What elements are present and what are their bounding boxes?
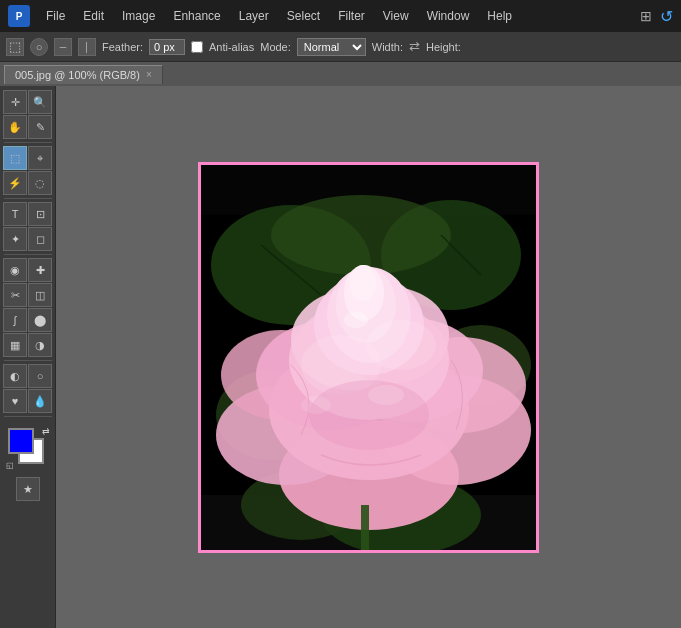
- titlebar: P File Edit Image Enhance Layer Select F…: [0, 0, 681, 32]
- svg-point-7: [271, 195, 451, 275]
- foreground-color-swatch[interactable]: [8, 428, 34, 454]
- dodge-tool[interactable]: ○: [28, 364, 52, 388]
- main-area: ✛ 🔍 ✋ ✎ ⬚ ⌖ ⚡ ◌ T ⊡ ✦ ◻: [0, 86, 681, 628]
- svg-rect-31: [361, 505, 369, 550]
- svg-point-29: [366, 320, 436, 370]
- svg-point-27: [350, 265, 376, 301]
- antialias-label: Anti-alias: [209, 41, 254, 53]
- menu-enhance[interactable]: Enhance: [165, 5, 228, 27]
- tab-bar: 005.jpg @ 100% (RGB/8) ×: [0, 62, 681, 86]
- toolbox: ✛ 🔍 ✋ ✎ ⬚ ⌖ ⚡ ◌ T ⊡ ✦ ◻: [0, 86, 56, 628]
- hand-tool[interactable]: ✋: [3, 115, 27, 139]
- menu-select[interactable]: Select: [279, 5, 328, 27]
- tool-separator-3: [4, 254, 52, 255]
- tool-row-11: ◐ ○: [3, 364, 52, 388]
- tool-separator-1: [4, 142, 52, 143]
- paint-bucket-tool[interactable]: ⬤: [28, 308, 52, 332]
- tool-row-4: ⚡ ◌: [3, 171, 52, 195]
- svg-point-30: [309, 380, 429, 450]
- refresh-icon[interactable]: ↺: [660, 7, 673, 26]
- titlebar-right: ⊞ ↺: [640, 7, 673, 26]
- marquee-tool[interactable]: ⬚: [3, 146, 27, 170]
- star-tool[interactable]: ★: [16, 477, 40, 501]
- svg-point-32: [344, 312, 368, 328]
- col-marquee-icon[interactable]: │: [78, 38, 96, 56]
- quick-select-tool[interactable]: ◌: [28, 171, 52, 195]
- antialias-checkbox[interactable]: [191, 41, 203, 53]
- eyedropper-tool[interactable]: 💧: [28, 389, 52, 413]
- color-swatch-area: ⇄ ◱: [4, 424, 52, 472]
- shape-tool[interactable]: ◻: [28, 227, 52, 251]
- svg-point-34: [301, 396, 331, 414]
- svg-point-33: [368, 385, 404, 405]
- reset-colors-icon[interactable]: ◱: [6, 461, 14, 470]
- canvas-area[interactable]: [56, 86, 681, 628]
- magic-wand-tool[interactable]: ⚡: [3, 171, 27, 195]
- menu-view[interactable]: View: [375, 5, 417, 27]
- tool-row-7: ◉ ✚: [3, 258, 52, 282]
- eraser-tool[interactable]: ◫: [28, 283, 52, 307]
- tool-row-9: ∫ ⬤: [3, 308, 52, 332]
- gradient-tool[interactable]: ▦: [3, 333, 27, 357]
- tool-row-1: ✛ 🔍: [3, 90, 52, 114]
- red-eye-tool[interactable]: ◉: [3, 258, 27, 282]
- feather-input[interactable]: [149, 39, 185, 55]
- type-tool[interactable]: T: [3, 202, 27, 226]
- ellip-marquee-icon[interactable]: ○: [30, 38, 48, 56]
- tool-row-3: ⬚ ⌖: [3, 146, 52, 170]
- width-label: Width:: [372, 41, 403, 53]
- menu-window[interactable]: Window: [419, 5, 478, 27]
- tool-separator-2: [4, 198, 52, 199]
- image-container: [201, 165, 536, 550]
- tool-row-2: ✋ ✎: [3, 115, 52, 139]
- canvas-background: [201, 165, 536, 550]
- tool-row-extra: ★: [16, 477, 40, 501]
- row-marquee-icon[interactable]: ─: [54, 38, 72, 56]
- tool-separator-4: [4, 360, 52, 361]
- swap-icon: ⇄: [409, 39, 420, 54]
- crop-tool[interactable]: ⊡: [28, 202, 52, 226]
- cookie-cutter-tool[interactable]: ✦: [3, 227, 27, 251]
- rect-marquee-icon[interactable]: ⬚: [6, 38, 24, 56]
- tool-row-8: ✂ ◫: [3, 283, 52, 307]
- height-label: Height:: [426, 41, 461, 53]
- healing-tool[interactable]: ✚: [28, 258, 52, 282]
- pencil-tool[interactable]: ✎: [28, 115, 52, 139]
- tab-label: 005.jpg @ 100% (RGB/8): [15, 69, 140, 81]
- custom-shape-tool[interactable]: ♥: [3, 389, 27, 413]
- brush-tool[interactable]: ∫: [3, 308, 27, 332]
- feather-label: Feather:: [102, 41, 143, 53]
- zoom-tool[interactable]: 🔍: [28, 90, 52, 114]
- swap-colors-icon[interactable]: ⇄: [42, 426, 50, 436]
- tool-separator-5: [4, 416, 52, 417]
- tool-row-5: T ⊡: [3, 202, 52, 226]
- move-tool[interactable]: ✛: [3, 90, 27, 114]
- tool-row-6: ✦ ◻: [3, 227, 52, 251]
- tool-row-12: ♥ 💧: [3, 389, 52, 413]
- tab-close-button[interactable]: ×: [146, 69, 152, 80]
- tool-row-10: ▦ ◑: [3, 333, 52, 357]
- menu-edit[interactable]: Edit: [75, 5, 112, 27]
- menu-filter[interactable]: Filter: [330, 5, 373, 27]
- clone-tool[interactable]: ✂: [3, 283, 27, 307]
- menu-file[interactable]: File: [38, 5, 73, 27]
- menu-bar: File Edit Image Enhance Layer Select Fil…: [38, 5, 640, 27]
- mode-label: Mode:: [260, 41, 291, 53]
- rose-image: [201, 165, 536, 550]
- options-bar: ⬚ ○ ─ │ Feather: Anti-alias Mode: Normal…: [0, 32, 681, 62]
- menu-image[interactable]: Image: [114, 5, 163, 27]
- mode-select[interactable]: Normal Add Subtract Intersect: [297, 38, 366, 56]
- view-options-icon[interactable]: ⊞: [640, 8, 652, 24]
- menu-layer[interactable]: Layer: [231, 5, 277, 27]
- sponge-tool[interactable]: ◐: [3, 364, 27, 388]
- blur-tool[interactable]: ◑: [28, 333, 52, 357]
- app-icon: P: [8, 5, 30, 27]
- document-tab[interactable]: 005.jpg @ 100% (RGB/8) ×: [4, 65, 163, 84]
- menu-help[interactable]: Help: [479, 5, 520, 27]
- lasso-tool[interactable]: ⌖: [28, 146, 52, 170]
